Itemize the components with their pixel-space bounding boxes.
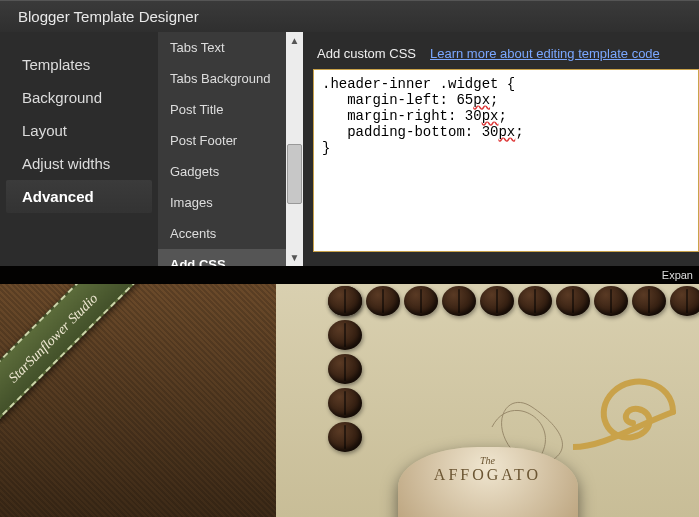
coffee-bean-icon bbox=[480, 286, 514, 316]
cup-script: The bbox=[480, 455, 495, 466]
preview-main-texture: The AFFOGATO bbox=[276, 284, 699, 517]
spiral-decoration-icon bbox=[573, 367, 683, 457]
editor-header: Add custom CSS Learn more about editing … bbox=[317, 46, 695, 61]
coffee-cup-logo: The AFFOGATO bbox=[398, 447, 578, 517]
designer-body: Templates Background Layout Adjust width… bbox=[0, 32, 699, 266]
app-title: Blogger Template Designer bbox=[18, 8, 199, 25]
subnav-tabs-text[interactable]: Tabs Text bbox=[158, 32, 286, 63]
coffee-bean-icon bbox=[328, 388, 362, 418]
subnav-post-footer[interactable]: Post Footer bbox=[158, 125, 286, 156]
subnav-tabs-background[interactable]: Tabs Background bbox=[158, 63, 286, 94]
css-code-input[interactable]: .header-inner .widget { margin-left: 65p… bbox=[313, 69, 699, 252]
preview-sidebar-texture: StarSunflower Studio bbox=[0, 284, 276, 517]
subnav-images[interactable]: Images bbox=[158, 187, 286, 218]
subnav-scrollbar[interactable]: ▲ ▼ bbox=[286, 32, 303, 266]
coffee-bean-icon bbox=[328, 422, 362, 452]
coffee-bean-icon bbox=[328, 286, 362, 316]
nav-adjust-widths[interactable]: Adjust widths bbox=[0, 147, 158, 180]
subnav-accents[interactable]: Accents bbox=[158, 218, 286, 249]
ribbon-label: StarSunflower Studio bbox=[0, 284, 140, 424]
coffee-bean-border-top bbox=[326, 284, 699, 318]
advanced-subnav: Tabs Text Tabs Background Post Title Pos… bbox=[158, 32, 286, 266]
primary-nav: Templates Background Layout Adjust width… bbox=[0, 32, 158, 266]
coffee-bean-icon bbox=[556, 286, 590, 316]
subnav-post-title[interactable]: Post Title bbox=[158, 94, 286, 125]
scroll-up-icon[interactable]: ▲ bbox=[286, 32, 303, 49]
learn-more-link[interactable]: Learn more about editing template code bbox=[430, 46, 660, 61]
coffee-bean-icon bbox=[594, 286, 628, 316]
coffee-bean-icon bbox=[366, 286, 400, 316]
nav-templates[interactable]: Templates bbox=[0, 48, 158, 81]
coffee-bean-icon bbox=[670, 286, 699, 316]
cup-label: AFFOGATO bbox=[434, 466, 541, 484]
coffee-bean-icon bbox=[328, 354, 362, 384]
coffee-bean-icon bbox=[404, 286, 438, 316]
nav-background[interactable]: Background bbox=[0, 81, 158, 114]
app-header: Blogger Template Designer bbox=[0, 0, 699, 32]
coffee-bean-icon bbox=[442, 286, 476, 316]
expand-bar: Expan bbox=[0, 266, 699, 284]
coffee-bean-icon bbox=[328, 320, 362, 350]
template-preview: Expan StarSunflower Studio bbox=[0, 266, 699, 517]
editor-heading: Add custom CSS bbox=[317, 46, 416, 61]
scroll-down-icon[interactable]: ▼ bbox=[286, 249, 303, 266]
css-editor-pane: Add custom CSS Learn more about editing … bbox=[303, 32, 699, 266]
nav-layout[interactable]: Layout bbox=[0, 114, 158, 147]
coffee-bean-icon bbox=[632, 286, 666, 316]
nav-advanced[interactable]: Advanced bbox=[6, 180, 152, 213]
corner-ribbon: StarSunflower Studio bbox=[0, 284, 140, 424]
subnav-gadgets[interactable]: Gadgets bbox=[158, 156, 286, 187]
expand-link[interactable]: Expan bbox=[662, 269, 693, 281]
coffee-bean-icon bbox=[518, 286, 552, 316]
scroll-thumb[interactable] bbox=[287, 144, 302, 204]
